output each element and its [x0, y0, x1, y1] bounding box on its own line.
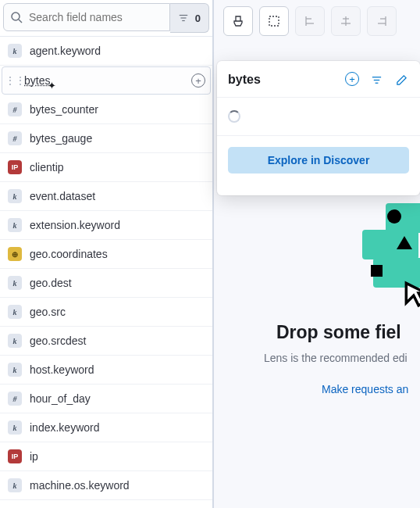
brush-icon — [232, 15, 244, 27]
search-row: 0 — [0, 0, 212, 37]
align-left-button — [295, 6, 325, 36]
field-item[interactable]: IPip — [0, 442, 212, 471]
field-type-badge: # — [8, 131, 22, 145]
field-type-badge: k — [8, 478, 22, 492]
field-type-badge: IP — [8, 449, 22, 463]
field-name-label: geo.coordinates — [30, 248, 108, 260]
flyout-add-button[interactable]: + — [345, 72, 359, 86]
svg-rect-5 — [269, 16, 279, 26]
align-left-icon — [304, 15, 316, 27]
svg-line-1 — [19, 20, 22, 23]
field-item[interactable]: kagent.keyword — [0, 37, 212, 66]
field-item[interactable]: ⊕geo.coordinates — [0, 240, 212, 269]
field-item[interactable]: #bytes_gauge — [0, 124, 212, 153]
explore-button[interactable]: Explore in Discover — [228, 147, 409, 174]
field-type-badge: k — [8, 305, 22, 319]
field-item[interactable]: kgeo.dest — [0, 269, 212, 298]
flyout-footer: Explore in Discover — [217, 136, 420, 184]
loading-spinner — [228, 110, 240, 123]
field-item[interactable]: kextension.keyword — [0, 211, 212, 240]
flyout-actions: + — [345, 72, 409, 88]
filter-count-button[interactable]: 0 — [170, 3, 209, 33]
field-list: kagent.keyword⋮⋮bytes✦+#bytes_counter#by… — [0, 37, 212, 508]
flyout-filter-button[interactable] — [368, 72, 384, 88]
field-name-label: agent.keyword — [30, 45, 101, 57]
field-item[interactable]: kmachine.os.keyword — [0, 471, 212, 500]
field-name-label: machine.os.keyword — [30, 479, 130, 492]
field-name-label: extension.keyword — [30, 219, 120, 231]
dropzone-graphic — [353, 202, 420, 305]
filter-icon — [371, 74, 383, 86]
field-name-label: index.keyword — [30, 421, 100, 434]
flyout-body — [217, 98, 420, 136]
field-name-label: geo.src — [30, 306, 66, 318]
flyout-edit-button[interactable] — [393, 72, 409, 88]
cursor-arrow-icon — [401, 278, 420, 308]
field-type-badge: k — [8, 334, 22, 348]
select-icon — [268, 15, 280, 27]
field-item[interactable]: #hour_of_day — [0, 385, 212, 413]
search-icon — [10, 11, 23, 23]
flyout-header: bytes + — [217, 61, 420, 98]
search-input[interactable] — [29, 11, 163, 23]
field-type-badge: # — [8, 102, 22, 116]
field-item[interactable]: khost.keyword — [0, 356, 212, 385]
field-name-label: bytes — [24, 74, 50, 87]
field-name-label: event.dataset — [30, 190, 95, 202]
dropzone-link[interactable]: Make requests an — [322, 383, 408, 395]
dropzone-subtitle: Lens is the recommended edi — [264, 352, 420, 364]
align-right-icon — [376, 15, 388, 27]
toolbar — [214, 6, 420, 44]
search-box[interactable] — [3, 3, 170, 31]
field-name-label: ip — [30, 450, 38, 463]
field-name-label: hour_of_day — [30, 392, 91, 405]
align-center-icon — [340, 15, 352, 27]
flyout-title: bytes — [228, 73, 345, 87]
field-item[interactable]: kindex.keyword — [0, 413, 212, 442]
field-type-badge: k — [8, 276, 22, 290]
field-type-badge: k — [8, 420, 22, 435]
field-name-label: bytes_counter — [30, 103, 98, 116]
field-name-label: clientip — [30, 161, 64, 174]
align-right-button — [367, 6, 397, 36]
svg-point-0 — [12, 13, 20, 20]
dropzone-title: Drop some fiel — [276, 322, 420, 343]
select-button[interactable] — [259, 6, 289, 36]
field-item[interactable]: ⋮⋮bytes✦+ — [2, 66, 211, 95]
field-name-label: bytes_gauge — [30, 132, 92, 145]
field-type-badge: k — [8, 44, 22, 58]
field-type-badge: k — [8, 189, 22, 203]
field-flyout: bytes + Explore in Discover — [217, 61, 420, 195]
field-item[interactable]: IPclientip — [0, 153, 212, 182]
add-field-button[interactable]: + — [191, 73, 205, 88]
field-item[interactable]: kgeo.src — [0, 298, 212, 327]
field-item[interactable]: kevent.dataset — [0, 182, 212, 211]
field-type-badge: ⊕ — [8, 247, 22, 261]
align-center-button — [331, 6, 361, 36]
field-name-label: host.keyword — [30, 363, 94, 376]
filter-icon — [178, 13, 189, 23]
field-type-badge: IP — [8, 160, 22, 174]
field-type-badge: # — [8, 392, 22, 406]
field-name-label: geo.dest — [30, 277, 72, 289]
pencil-icon — [396, 74, 408, 86]
field-item[interactable]: #bytes_counter — [0, 95, 212, 124]
field-name-label: geo.srcdest — [30, 334, 86, 347]
drag-handle-icon[interactable]: ⋮⋮ — [5, 75, 26, 86]
field-type-badge: k — [8, 218, 22, 232]
brush-button[interactable] — [223, 6, 253, 36]
filter-count-badge: 0 — [195, 13, 201, 24]
field-item[interactable]: kgeo.srcdest — [0, 327, 212, 356]
field-type-badge: k — [8, 363, 22, 377]
field-list-panel: 0 kagent.keyword⋮⋮bytes✦+#bytes_counter#… — [0, 0, 213, 508]
dropzone[interactable]: Drop some fiel Lens is the recommended e… — [230, 202, 420, 508]
